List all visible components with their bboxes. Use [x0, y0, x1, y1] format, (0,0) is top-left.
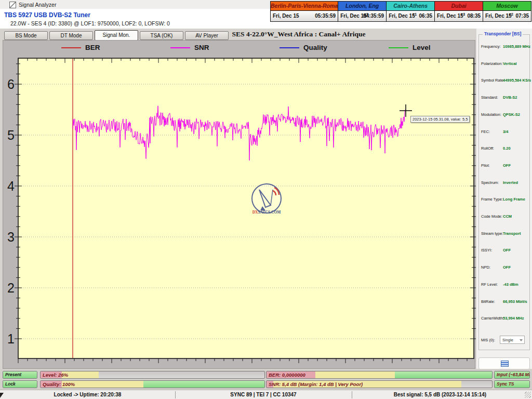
- field-row: Symbol Rate:44995,584 KS/s: [481, 78, 531, 84]
- field-label: Spectrum:: [481, 180, 499, 185]
- field-label: CarrierWidth:: [481, 316, 504, 321]
- legend-label-ber: BER: [85, 44, 100, 51]
- clock-time: 04:35:59: [363, 13, 384, 19]
- clock-2: Cairo-AthensFri, Dec 15+106:35: [387, 2, 435, 21]
- field-value: Inverted: [503, 180, 518, 185]
- app-icon: [9, 2, 16, 8]
- watermark-dx: DX: [252, 210, 258, 215]
- field-row: CarrierWidth:53,994 MHz: [481, 316, 531, 322]
- legend-swatch-snr: [170, 47, 190, 48]
- field-label: Standard:: [481, 95, 498, 100]
- clock-time-cell: Fri, Dec 15+207:35: [483, 11, 531, 21]
- clock-time: 07:35: [515, 13, 529, 19]
- tab-signal-mon-[interactable]: Signal Mon.: [95, 30, 138, 41]
- clock-date: Fri, Dec 15: [273, 13, 299, 19]
- status-bar: Locked -> Uptime: 20:20:38 SYNC 89 | TEI…: [0, 390, 532, 399]
- mouse-cursor-icon: [0, 393, 4, 398]
- legend-label-snr: SNR: [194, 44, 209, 51]
- tab-bs-mode[interactable]: BS Mode: [4, 31, 48, 40]
- field-value: OFF: [503, 248, 511, 252]
- field-row: FEC:3/4: [481, 129, 531, 136]
- mis-dropdown[interactable]: Single: [500, 336, 525, 344]
- signal-plot[interactable]: [13, 56, 480, 365]
- clock-date: Fri, Dec 15: [389, 13, 415, 19]
- clock-city: Moscow: [483, 2, 531, 11]
- field-row: Polarization:Vertical: [481, 61, 531, 68]
- field-label: Frequency:: [481, 44, 501, 49]
- field-row: RF Level:-43 dBm: [481, 282, 531, 288]
- clock-city: London, Eng: [338, 2, 386, 11]
- tuner-details: 22.0W - SES 4 (ID: 3380) @ LOF1: 9750000…: [10, 20, 170, 26]
- bar-segment-yellow: [315, 371, 395, 378]
- field-value: 44995,584 KS/s: [503, 78, 531, 83]
- field-row: Frequency:10985,889 MHz: [481, 44, 531, 50]
- legend-label-level: Level: [413, 44, 431, 51]
- field-value: -43 dBm: [503, 282, 518, 287]
- indicator-bar-lock: Lock: [3, 380, 37, 388]
- legend-swatch-quality: [280, 47, 299, 48]
- field-row: Pilot:OFF: [481, 163, 531, 169]
- clock-time: 06:35: [419, 13, 433, 19]
- field-value: CCM: [503, 214, 512, 219]
- clock-city: Cairo-Athens: [387, 2, 434, 11]
- field-value: QPSK-S2: [503, 112, 520, 117]
- resize-grip[interactable]: [525, 392, 531, 398]
- bar-label: SNR: 5,4 dB (Margin: 1,4 dB | Very Poor): [269, 381, 363, 387]
- chevron-down-icon: [520, 339, 523, 341]
- bar-label: Quality: 100%: [43, 381, 75, 387]
- legend-swatch-ber: [61, 47, 81, 48]
- field-value: 10985,889 MHz: [503, 44, 530, 49]
- field-row: Standard:DVB-S2: [481, 95, 531, 101]
- field-value: Transport: [503, 231, 521, 236]
- field-value: 0.20: [503, 146, 511, 151]
- indicator-bar-ber: BER: 0,0000000: [266, 371, 493, 379]
- clock-utc-offset: +1: [413, 12, 417, 17]
- field-row: Code Mode:CCM: [481, 214, 531, 220]
- field-label: Stream type:: [481, 231, 503, 236]
- svg-text:DXSATCS.COM: DXSATCS.COM: [252, 210, 281, 215]
- indicator-bar-snr: SNR: 5,4 dB (Margin: 1,4 dB | Very Poor): [266, 380, 493, 388]
- field-label: RollOff:: [481, 146, 494, 151]
- field-row: Frame Type:Long Frame: [481, 197, 531, 203]
- field-label: Frame Type:: [481, 197, 503, 202]
- legend-swatch-level: [389, 47, 408, 48]
- signal-analyzer-window: Signal Analyzer TBS 5927 USB DVB-S2 Tune…: [0, 0, 532, 399]
- clock-time-cell: Fri, Dec 15-104:35:59: [338, 11, 386, 21]
- signal-indicator-bars: PresentLevel: 26%BER: 0,0000000Input (~6…: [0, 369, 532, 390]
- field-row: ISSYI:OFF: [481, 248, 531, 254]
- field-value: 66,953 Mbit/s: [503, 299, 527, 304]
- field-value: 3/4: [503, 129, 508, 134]
- watermark-rest: SATCS.COM: [258, 210, 281, 215]
- field-label: Code Mode:: [481, 214, 502, 219]
- field-row: RollOff:0.20: [481, 146, 531, 152]
- bar-label: BER: 0,0000000: [269, 372, 305, 378]
- indicator-bar-quality: Quality: 100%: [40, 380, 265, 388]
- field-value: DVB-S2: [503, 95, 517, 100]
- report-button[interactable]: [478, 357, 530, 369]
- tuner-name: TBS 5927 USB DVB-S2 Tuner: [4, 11, 90, 19]
- window-title: Signal Analyzer: [19, 2, 56, 8]
- status-sync-counters: SYNC 89 | TEI 7 | CC 10347: [175, 392, 352, 397]
- clock-1: London, EngFri, Dec 15-104:35:59: [338, 2, 387, 21]
- bar-label: Lock: [5, 381, 16, 387]
- field-value: 53,994 MHz: [503, 316, 524, 321]
- bar-label: Input (~63,84 Mbps): [497, 372, 530, 377]
- field-label: Symbol Rate:: [481, 78, 504, 83]
- bar-label: Present: [5, 372, 21, 377]
- world-clock-panel: Berlin-Paris-Vienna-RomaFri, Dec 1505:35…: [270, 1, 531, 22]
- field-label: ISSYI:: [481, 248, 492, 252]
- indicator-bar-input-63-84-mbps-: Input (~63,84 Mbps): [494, 371, 530, 379]
- status-best-signal: Best signal: 5,5 dB (2023-12-14 15:14): [352, 392, 528, 397]
- bar-label: Level: 26%: [43, 372, 68, 378]
- tab-dt-mode[interactable]: DT Mode: [49, 31, 93, 40]
- indicator-bar-level: Level: 26%: [40, 371, 265, 379]
- clock-time-cell: Fri, Dec 15+106:35: [387, 11, 434, 21]
- clock-time: 05:35:59: [315, 13, 336, 19]
- field-value: OFF: [503, 163, 511, 168]
- field-value: OFF: [503, 265, 511, 270]
- field-label: Polarization:: [481, 61, 502, 66]
- bar-label: Sync TS: [497, 381, 514, 387]
- indicator-bar-sync-ts: Sync TS: [494, 380, 530, 388]
- plot-background: [18, 58, 474, 358]
- clock-date: Fri, Dec 15: [485, 13, 512, 19]
